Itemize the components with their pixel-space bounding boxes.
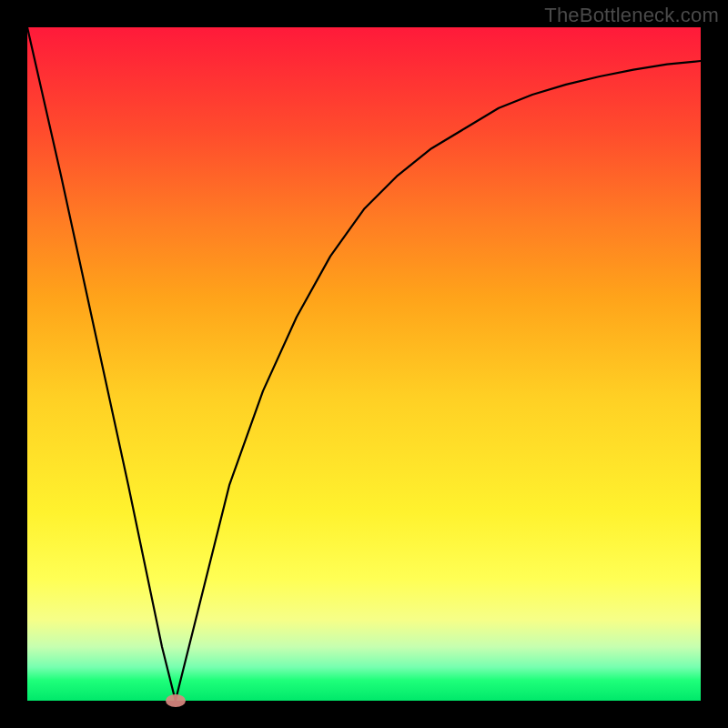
- curve-svg: [27, 27, 701, 701]
- minimum-marker: [166, 694, 186, 707]
- bottleneck-curve: [27, 27, 701, 701]
- plot-area: [27, 27, 701, 701]
- watermark-text: TheBottleneck.com: [544, 4, 719, 27]
- chart-frame: TheBottleneck.com: [0, 0, 728, 728]
